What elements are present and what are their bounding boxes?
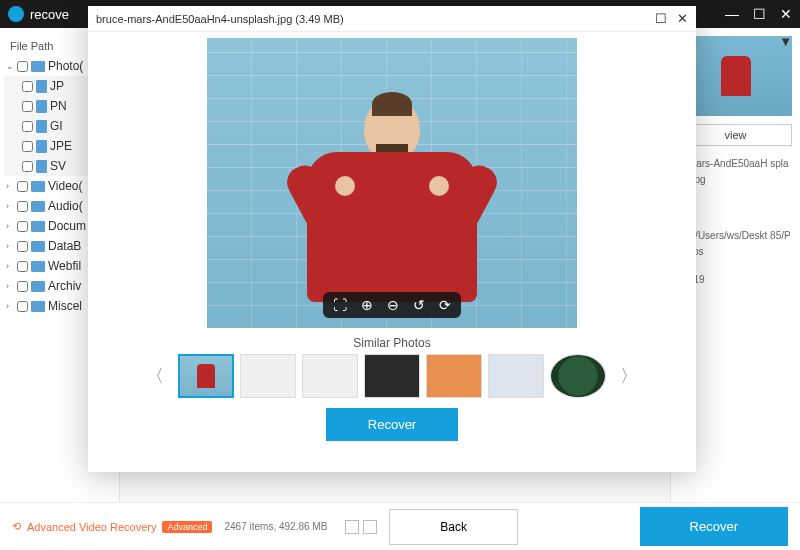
similar-photos-label: Similar Photos: [353, 336, 430, 350]
thumbnail[interactable]: [178, 354, 234, 398]
app-name: recove: [30, 7, 69, 22]
folder-icon: [31, 201, 45, 212]
status-text: 2467 items, 492.86 MB: [224, 521, 327, 532]
tree-checkbox[interactable]: [17, 201, 28, 212]
preview-modal: bruce-mars-AndE50aaHn4-unsplash.jpg (3.4…: [88, 6, 696, 472]
tree-label: JP: [50, 79, 64, 93]
filter-icon[interactable]: ▼: [779, 34, 792, 49]
more-icon[interactable]: ⟳: [439, 297, 451, 313]
file-icon: [36, 160, 47, 173]
refresh-icon: ⟲: [12, 520, 21, 533]
folder-icon: [31, 181, 45, 192]
fullscreen-icon[interactable]: ⛶: [333, 297, 347, 313]
file-icon: [36, 140, 47, 153]
tree-label: Video(: [48, 179, 82, 193]
tree-checkbox[interactable]: [22, 81, 33, 92]
file-icon: [36, 100, 47, 113]
folder-icon: [31, 61, 45, 72]
tree-label: DataB: [48, 239, 81, 253]
caret-icon: ›: [6, 181, 14, 191]
folder-icon: [31, 261, 45, 272]
advanced-video-recovery[interactable]: ⟲ Advanced Video Recovery Advanced: [12, 520, 212, 533]
folder-icon: [31, 281, 45, 292]
modal-filename: bruce-mars-AndE50aaHn4-unsplash.jpg: [96, 13, 292, 25]
folder-icon: [31, 221, 45, 232]
view-toggle[interactable]: [345, 520, 377, 534]
logo-icon: [8, 6, 24, 22]
tree-checkbox[interactable]: [17, 241, 28, 252]
adv-badge: Advanced: [162, 521, 212, 533]
window-controls: — ☐ ✕: [725, 6, 792, 22]
caret-icon: ›: [6, 261, 14, 271]
tree-label: Audio(: [48, 199, 83, 213]
modal-body: ⛶ ⊕ ⊖ ↺ ⟳ Similar Photos 〈 〉 Recover: [88, 32, 696, 472]
tree-label: Docum: [48, 219, 86, 233]
tree-label: GI: [50, 119, 63, 133]
caret-icon: ›: [6, 301, 14, 311]
modal-maximize-button[interactable]: ☐: [655, 11, 667, 26]
caret-icon: ⌄: [6, 61, 14, 71]
tree-checkbox[interactable]: [17, 181, 28, 192]
tree-label: Miscel: [48, 299, 82, 313]
prev-arrow[interactable]: 〈: [138, 364, 172, 388]
thumbnail[interactable]: [364, 354, 420, 398]
zoom-out-icon[interactable]: ⊖: [387, 297, 399, 313]
tree-checkbox[interactable]: [22, 141, 33, 152]
thumbnail[interactable]: [488, 354, 544, 398]
next-arrow[interactable]: 〉: [612, 364, 646, 388]
tree-checkbox[interactable]: [22, 101, 33, 112]
rotate-icon[interactable]: ↺: [413, 297, 425, 313]
caret-icon: ›: [6, 281, 14, 291]
modal-filesize: (3.49 MB): [295, 13, 343, 25]
file-icon: [36, 120, 47, 133]
modal-recover-button[interactable]: Recover: [326, 408, 458, 441]
tree-label: PN: [50, 99, 67, 113]
maximize-button[interactable]: ☐: [753, 6, 766, 22]
modal-close-button[interactable]: ✕: [677, 11, 688, 26]
bottom-bar: ⟲ Advanced Video Recovery Advanced 2467 …: [0, 502, 800, 550]
photo-preview: ⛶ ⊕ ⊖ ↺ ⟳: [207, 38, 577, 328]
thumbnail[interactable]: [550, 354, 606, 398]
tree-checkbox[interactable]: [17, 281, 28, 292]
zoom-in-icon[interactable]: ⊕: [361, 297, 373, 313]
tree-label: SV: [50, 159, 66, 173]
folder-icon: [31, 241, 45, 252]
thumbnail[interactable]: [426, 354, 482, 398]
tree-label: Photo(: [48, 59, 83, 73]
adv-label: Advanced Video Recovery: [27, 521, 156, 533]
modal-titlebar: bruce-mars-AndE50aaHn4-unsplash.jpg (3.4…: [88, 6, 696, 32]
photo-toolbar: ⛶ ⊕ ⊖ ↺ ⟳: [323, 292, 461, 318]
file-icon: [36, 80, 47, 93]
caret-icon: ›: [6, 201, 14, 211]
tree-label: Archiv: [48, 279, 81, 293]
thumbnail[interactable]: [240, 354, 296, 398]
tree-label: JPE: [50, 139, 72, 153]
tree-checkbox[interactable]: [17, 61, 28, 72]
tree-checkbox[interactable]: [17, 221, 28, 232]
tree-checkbox[interactable]: [17, 301, 28, 312]
tree-checkbox[interactable]: [22, 121, 33, 132]
thumbnail[interactable]: [302, 354, 358, 398]
thumbnail-strip: 〈 〉: [138, 354, 646, 398]
close-button[interactable]: ✕: [780, 6, 792, 22]
caret-icon: ›: [6, 221, 14, 231]
folder-icon: [31, 301, 45, 312]
caret-icon: ›: [6, 241, 14, 251]
tree-label: Webfil: [48, 259, 81, 273]
tree-checkbox[interactable]: [22, 161, 33, 172]
recover-button[interactable]: Recover: [640, 507, 788, 546]
back-button[interactable]: Back: [389, 509, 518, 545]
tree-checkbox[interactable]: [17, 261, 28, 272]
minimize-button[interactable]: —: [725, 6, 739, 22]
app-logo: recove: [8, 6, 69, 22]
